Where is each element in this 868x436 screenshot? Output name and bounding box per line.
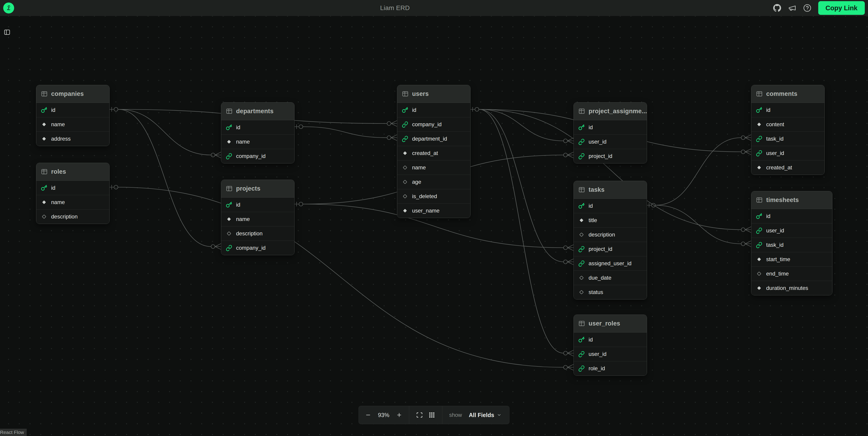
- column-name: id: [236, 201, 240, 208]
- table-header-project_assignments[interactable]: project_assignme...: [574, 102, 647, 120]
- column-row-timesheets-id[interactable]: id: [751, 209, 832, 223]
- table-node-user_roles[interactable]: user_rolesiduser_idrole_id: [574, 315, 647, 376]
- table-header-departments[interactable]: departments: [221, 102, 294, 120]
- megaphone-icon[interactable]: [788, 4, 796, 12]
- table-header-comments[interactable]: comments: [751, 85, 825, 103]
- column-row-comments-id[interactable]: id: [751, 103, 825, 117]
- column-row-projects-description[interactable]: description: [221, 226, 294, 241]
- column-row-roles-description[interactable]: description: [36, 209, 110, 224]
- relationship-edge: [118, 110, 211, 155]
- zoom-in-button[interactable]: [396, 412, 402, 418]
- column-row-companies-address[interactable]: address: [36, 131, 110, 146]
- column-row-users-id[interactable]: id: [397, 103, 470, 117]
- canvas-toolbar: 93% show All Fields: [359, 406, 509, 424]
- column-row-companies-name[interactable]: name: [36, 117, 110, 131]
- column-row-users-name[interactable]: name: [397, 160, 470, 175]
- column-row-users-created_at[interactable]: created_at: [397, 146, 470, 160]
- column-row-tasks-description[interactable]: description: [574, 227, 647, 242]
- column-row-comments-user_id[interactable]: user_id: [751, 146, 825, 160]
- column-row-comments-created_at[interactable]: created_at: [751, 160, 825, 175]
- column-row-projects-name[interactable]: name: [221, 212, 294, 226]
- help-icon[interactable]: [803, 4, 811, 12]
- column-row-comments-content[interactable]: content: [751, 117, 825, 131]
- column-row-projects-company_id[interactable]: company_id: [221, 241, 294, 255]
- column-row-tasks-due_date[interactable]: due_date: [574, 271, 647, 285]
- table-node-projects[interactable]: projectsidnamedescriptioncompany_id: [221, 180, 294, 255]
- column-row-tasks-assigned_user_id[interactable]: assigned_user_id: [574, 256, 647, 271]
- table-node-comments[interactable]: commentsidcontenttask_iduser_idcreated_a…: [751, 85, 825, 175]
- table-node-users[interactable]: usersidcompany_iddepartment_idcreated_at…: [397, 85, 470, 218]
- cardinality-circle: [564, 139, 567, 143]
- column-row-timesheets-user_id[interactable]: user_id: [751, 223, 832, 238]
- column-row-departments-name[interactable]: name: [221, 134, 294, 149]
- column-name: company_id: [236, 153, 266, 159]
- column-row-users-is_deleted[interactable]: is_deleted: [397, 189, 470, 204]
- column-row-timesheets-task_id[interactable]: task_id: [751, 238, 832, 252]
- column-name: department_id: [412, 135, 447, 142]
- tidy-up-button[interactable]: [428, 412, 435, 418]
- column-row-departments-id[interactable]: id: [221, 120, 294, 134]
- column-name: name: [236, 138, 250, 145]
- sidebar-toggle-icon[interactable]: [4, 29, 10, 36]
- table-node-tasks[interactable]: tasksidtitledescriptionproject_idassigne…: [574, 181, 647, 300]
- table-name: projects: [236, 185, 260, 192]
- fit-view-button[interactable]: [416, 412, 423, 418]
- liam-logo[interactable]: [3, 2, 14, 13]
- column-row-users-company_id[interactable]: company_id: [397, 117, 470, 131]
- table-node-companies[interactable]: companiesidnameaddress: [36, 85, 110, 146]
- foreign-key-icon: [578, 260, 585, 267]
- column-row-user_roles-role_id[interactable]: role_id: [574, 361, 647, 375]
- primary-key-icon: [756, 107, 762, 113]
- column-row-timesheets-duration_minutes[interactable]: duration_minutes: [751, 281, 832, 295]
- column-row-tasks-project_id[interactable]: project_id: [574, 242, 647, 256]
- column-row-roles-name[interactable]: name: [36, 195, 110, 209]
- table-header-roles[interactable]: roles: [36, 163, 110, 181]
- column-name: start_time: [766, 256, 790, 262]
- column-row-timesheets-end_time[interactable]: end_time: [751, 267, 832, 281]
- column-row-projects-id[interactable]: id: [221, 197, 294, 212]
- cardinality-circle: [475, 107, 479, 112]
- table-node-roles[interactable]: rolesidnamedescription: [36, 163, 110, 224]
- column-row-companies-id[interactable]: id: [36, 103, 110, 117]
- column-row-timesheets-start_time[interactable]: start_time: [751, 252, 832, 267]
- column-row-comments-task_id[interactable]: task_id: [751, 131, 825, 146]
- column-row-tasks-id[interactable]: id: [574, 198, 647, 213]
- cardinality-circle: [564, 260, 567, 264]
- github-icon[interactable]: [773, 4, 781, 12]
- table-header-tasks[interactable]: tasks: [574, 181, 647, 198]
- column-row-project_assignments-id[interactable]: id: [574, 120, 647, 134]
- table-header-companies[interactable]: companies: [36, 85, 110, 103]
- column-row-user_roles-user_id[interactable]: user_id: [574, 347, 647, 361]
- column-row-roles-id[interactable]: id: [36, 181, 110, 195]
- zoom-out-button[interactable]: [365, 412, 371, 418]
- copy-link-button[interactable]: Copy Link: [818, 1, 865, 15]
- react-flow-attribution[interactable]: React Flow: [0, 429, 27, 436]
- table-header-projects[interactable]: projects: [221, 180, 294, 197]
- primary-key-icon: [402, 107, 408, 113]
- table-node-departments[interactable]: departmentsidnamecompany_id: [221, 102, 294, 163]
- column-row-users-department_id[interactable]: department_id: [397, 131, 470, 146]
- erd-canvas[interactable]: companiesidnameaddressrolesidnamedescrip…: [0, 16, 868, 436]
- column-row-users-user_name[interactable]: user_name: [397, 204, 470, 218]
- column-row-users-age[interactable]: age: [397, 175, 470, 189]
- column-name: duration_minutes: [766, 285, 808, 291]
- table-node-timesheets[interactable]: timesheetsiduser_idtask_idstart_timeend_…: [751, 191, 832, 295]
- column-row-project_assignments-user_id[interactable]: user_id: [574, 134, 647, 149]
- column-row-user_roles-id[interactable]: id: [574, 332, 647, 347]
- fields-filter-dropdown[interactable]: All Fields: [467, 412, 503, 419]
- table-header-user_roles[interactable]: user_roles: [574, 315, 647, 332]
- column-row-tasks-title[interactable]: title: [574, 213, 647, 227]
- table-node-project_assignments[interactable]: project_assignme...iduser_idproject_id: [574, 102, 647, 163]
- column-row-departments-company_id[interactable]: company_id: [221, 149, 294, 163]
- column-name: id: [589, 124, 593, 131]
- primary-key-icon: [226, 201, 232, 208]
- foreign-key-icon: [756, 227, 762, 234]
- table-header-users[interactable]: users: [397, 85, 470, 103]
- column-row-tasks-status[interactable]: status: [574, 285, 647, 299]
- table-header-timesheets[interactable]: timesheets: [751, 191, 832, 209]
- column-name: name: [51, 121, 65, 128]
- table-name: project_assignme...: [589, 108, 647, 115]
- column-row-project_assignments-project_id[interactable]: project_id: [574, 149, 647, 163]
- foreign-key-icon: [756, 135, 762, 142]
- not-null-icon: [756, 256, 762, 262]
